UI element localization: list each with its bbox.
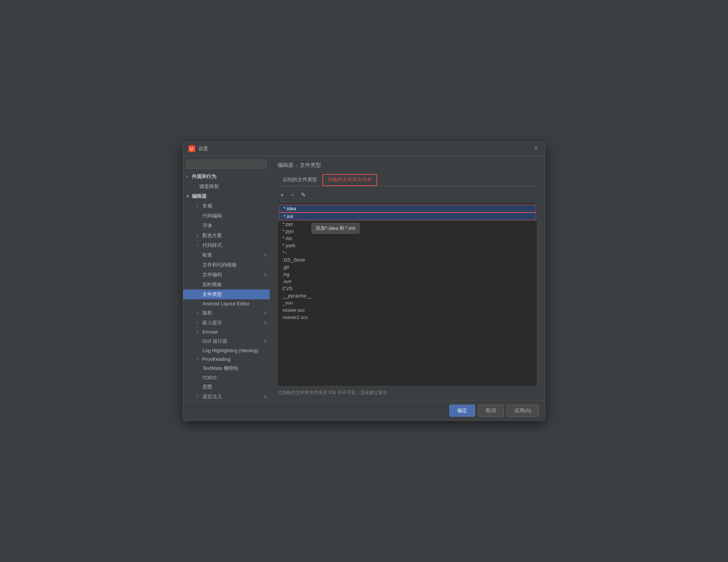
sidebar-item-todo[interactable]: TODO [183, 373, 270, 382]
sidebar-item-label: 文件编码 [202, 271, 222, 278]
remove-button[interactable]: − [288, 191, 297, 200]
list-item[interactable]: *.rbc [278, 235, 537, 242]
list-item[interactable]: .DS_Store [278, 256, 537, 263]
tab-ignored[interactable]: 忽略的文件和文件夹 [322, 174, 377, 186]
sidebar-item-label: 字体 [202, 222, 212, 229]
list-item[interactable]: *~ [278, 249, 537, 256]
indicator-icon: ⊞ [264, 320, 267, 325]
sidebar-item-label: GUI 设计器 [202, 338, 227, 345]
list-item[interactable]: .svn [278, 278, 537, 285]
sidebar-item-inlay-hints[interactable]: ›嵌入提示⊞ [183, 318, 270, 328]
sidebar-item-file-types[interactable]: 文件类型 [183, 289, 270, 299]
add-button[interactable]: + [278, 191, 287, 200]
sidebar-item-android-layout[interactable]: Android Layout Editor [183, 299, 270, 308]
sidebar-item-color-scheme[interactable]: ›配色方案 [183, 231, 270, 240]
sidebar-item-label: Emmet [202, 329, 218, 335]
tooltip-popup: 添加*.idea 和 *.iml [312, 223, 359, 234]
sidebar-item-label: 检查 [202, 252, 212, 259]
chevron-icon: › [197, 357, 201, 361]
chevron-icon: ∨ [186, 194, 190, 198]
list-item[interactable]: .hg [278, 271, 537, 278]
list-item[interactable]: vssver2.scc [278, 314, 537, 321]
sidebar-item-label: Log Highlighting (Ideolog) [202, 348, 258, 353]
search-input[interactable] [190, 162, 263, 167]
settings-dialog: U 设置 ✕ ›外观和行为键盘映射∨编辑器›常规代码编辑字体›配色方案›代码样式… [183, 142, 545, 421]
chevron-icon: › [197, 394, 201, 399]
sidebar-item-keymap[interactable]: 键盘映射 [183, 182, 270, 191]
tab-recognized[interactable]: 识别的文件类型 [278, 174, 322, 186]
list-item[interactable]: *.iml [279, 212, 536, 220]
chevron-icon: › [197, 233, 201, 237]
edit-button[interactable]: ✎ [299, 191, 308, 200]
sidebar-item-label: 文件类型 [202, 291, 222, 298]
sidebar-item-copyright[interactable]: ›版权⊞ [183, 308, 270, 318]
close-button[interactable]: ✕ [532, 145, 540, 152]
cancel-button[interactable]: 取消 [478, 405, 504, 417]
status-bar: 已忽略的文件和文件夹在 IDE 中不可见，且未建立索引 [278, 386, 537, 400]
list-item[interactable]: .git [278, 263, 537, 271]
sidebar-item-file-code-template[interactable]: 文件和代码模板 [183, 260, 270, 270]
sidebar-item-label: 嵌入提示 [202, 319, 222, 326]
sidebar-item-editor[interactable]: ∨编辑器 [183, 191, 270, 201]
sidebar-item-intentions[interactable]: 意图 [183, 382, 270, 392]
sidebar-item-log-highlighting[interactable]: Log Highlighting (Ideolog) [183, 346, 270, 355]
indicator-icon: ⊞ [264, 273, 267, 277]
sidebar-item-emmet[interactable]: ›Emmet [183, 328, 270, 336]
list-item[interactable]: __pycache__ [278, 292, 537, 299]
sidebar-item-code-style[interactable]: ›代码样式 [183, 240, 270, 250]
sidebar-item-label: Proofreading [202, 356, 230, 362]
sidebar-item-label: 键盘映射 [199, 183, 219, 190]
sidebar-item-label: 编辑器 [192, 193, 207, 200]
ok-button[interactable]: 确定 [449, 405, 475, 417]
sidebar: ›外观和行为键盘映射∨编辑器›常规代码编辑字体›配色方案›代码样式检查⊞文件和代… [183, 156, 270, 400]
chevron-icon: › [197, 204, 201, 208]
list-item[interactable]: CVS [278, 285, 537, 292]
breadcrumb-current: 文件类型 [300, 162, 321, 169]
title-bar: U 设置 ✕ [183, 142, 545, 156]
sidebar-item-general[interactable]: ›常规 [183, 201, 270, 211]
sidebar-item-gui-designer[interactable]: GUI 设计器⊞ [183, 336, 270, 346]
search-box[interactable] [186, 160, 267, 169]
chevron-icon: › [197, 320, 201, 325]
sidebar-item-label: 配色方案 [202, 232, 222, 239]
sidebar-item-file-encoding[interactable]: 文件编码⊞ [183, 270, 270, 280]
app-icon: U [188, 145, 195, 152]
sidebar-item-inspection[interactable]: 检查⊞ [183, 250, 270, 260]
sidebar-item-font[interactable]: 字体 [183, 221, 270, 231]
indicator-icon: ⊞ [264, 311, 267, 315]
list-item[interactable]: vssver.scc [278, 306, 537, 314]
indicator-icon: ⊞ [264, 394, 267, 399]
apply-button[interactable]: 应用(A) [507, 405, 539, 417]
sidebar-item-label: 意图 [202, 383, 212, 390]
tabs-row: 识别的文件类型 忽略的文件和文件夹 [278, 174, 537, 186]
sidebar-item-code-edit[interactable]: 代码编辑 [183, 211, 270, 221]
sidebar-item-label: 常规 [202, 203, 212, 209]
breadcrumb-separator: › [296, 162, 298, 168]
sidebar-item-live-templates[interactable]: 实时模板 [183, 280, 270, 289]
sidebar-item-proofreading[interactable]: ›Proofreading [183, 355, 270, 363]
toolbar: + − ✎ [278, 191, 537, 200]
chevron-icon: › [197, 243, 201, 247]
main-body: ›外观和行为键盘映射∨编辑器›常规代码编辑字体›配色方案›代码样式检查⊞文件和代… [183, 156, 545, 400]
sidebar-item-label: 实时模板 [202, 281, 222, 288]
dialog-title: 设置 [198, 145, 208, 152]
sidebar-item-label: 代码样式 [202, 242, 222, 249]
sidebar-item-label: 语言注入 [202, 393, 222, 400]
sidebar-item-label: 外观和行为 [192, 173, 216, 180]
chevron-icon: › [197, 311, 201, 315]
sidebar-item-label: 版权 [202, 309, 212, 316]
sidebar-item-textmate[interactable]: TextMate 捆绑包 [183, 363, 270, 373]
list-item[interactable]: _svn [278, 299, 537, 306]
dialog-footer: 确定 取消 应用(A) [183, 400, 545, 420]
sidebar-item-label: Android Layout Editor [202, 301, 250, 306]
sidebar-item-label: 代码编辑 [202, 212, 222, 219]
content-area: 编辑器 › 文件类型 识别的文件类型 忽略的文件和文件夹 + − ✎ *.ide… [270, 156, 545, 400]
breadcrumb-parent: 编辑器 [278, 162, 293, 169]
sidebar-item-appearance[interactable]: ›外观和行为 [183, 172, 270, 182]
breadcrumb: 编辑器 › 文件类型 [278, 162, 537, 169]
indicator-icon: ⊞ [264, 253, 267, 257]
sidebar-item-language-inject[interactable]: ›语言注入⊞ [183, 392, 270, 400]
list-item[interactable]: *.idea [279, 205, 536, 212]
list-item[interactable]: *.yarb [278, 242, 537, 249]
indicator-icon: ⊞ [264, 339, 267, 343]
